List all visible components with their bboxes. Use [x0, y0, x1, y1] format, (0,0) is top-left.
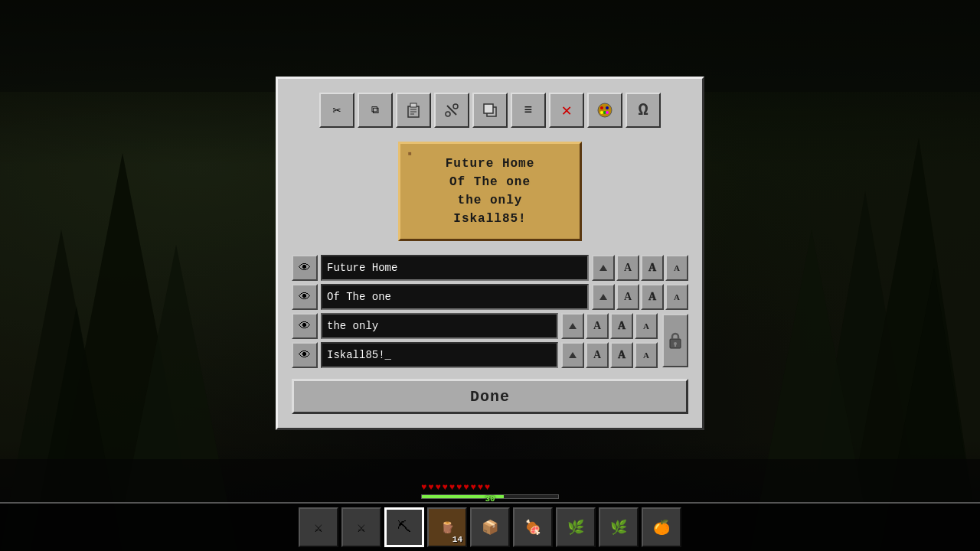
visibility-toggle-2[interactable]: 👁 — [292, 284, 318, 310]
svg-point-24 — [600, 111, 603, 114]
size-small-btn-2[interactable]: A — [665, 284, 688, 310]
align-btn-2[interactable] — [592, 284, 615, 310]
size-small-btn-1[interactable]: A — [665, 255, 688, 281]
svg-point-22 — [606, 106, 609, 109]
hotbar-slot-5[interactable]: 📦 — [470, 507, 510, 547]
text-input-1[interactable] — [321, 255, 589, 281]
svg-point-17 — [453, 104, 458, 109]
locked-rows-group: 👁 A A A 👁 A A — [292, 313, 688, 368]
sign-preview: Future Home Of The one the only Iskall85… — [398, 142, 582, 241]
format-buttons-4: A A A — [561, 342, 658, 368]
hotbar-slot-2[interactable]: ⚔ — [341, 507, 381, 547]
svg-rect-11 — [410, 103, 416, 107]
svg-rect-28 — [675, 344, 676, 347]
xp-bar: 30 — [421, 494, 559, 499]
size-large-btn-1[interactable]: A — [616, 255, 639, 281]
sign-line-3: the only — [458, 191, 523, 210]
sign-line-2: Of The one — [449, 173, 531, 191]
copy2-button[interactable] — [472, 93, 508, 128]
text-input-4[interactable] — [321, 342, 558, 368]
svg-point-16 — [446, 112, 450, 116]
format-buttons-2: A A A — [592, 284, 688, 310]
text-input-2[interactable] — [321, 284, 589, 310]
scissors-button[interactable]: ✂ — [319, 93, 354, 128]
format-buttons-1: A A A — [592, 255, 688, 281]
svg-line-15 — [447, 106, 456, 115]
size-small-btn-4[interactable]: A — [635, 342, 658, 368]
toolbar: ✂ ⧉ ≡ ✕ Ω — [292, 93, 688, 128]
omega-button[interactable]: Ω — [626, 93, 661, 128]
copy-button[interactable]: ⧉ — [358, 93, 393, 128]
size-medium-btn-4[interactable]: A — [610, 342, 633, 368]
size-medium-btn-1[interactable]: A — [641, 255, 664, 281]
size-medium-btn-3[interactable]: A — [610, 313, 633, 339]
align-btn-3[interactable] — [561, 313, 584, 339]
hotbar-slot-1[interactable]: ⚔ — [299, 507, 338, 547]
hotbar-slot-9[interactable]: 🍊 — [642, 507, 681, 547]
sign-edit-dialog: ✂ ⧉ ≡ ✕ Ω Future Home Of The one the onl… — [276, 77, 704, 430]
clear-button[interactable]: ✕ — [549, 93, 584, 128]
svg-point-20 — [598, 103, 612, 117]
svg-point-21 — [600, 106, 603, 109]
health-bar: ♥ ♥ ♥ ♥ ♥ ♥ ♥ ♥ ♥ ♥ — [421, 482, 559, 493]
sign-line-4: Iskall85! — [453, 210, 526, 228]
palette-button[interactable] — [587, 93, 622, 128]
hotbar-slot-3[interactable]: ⛏ — [384, 507, 424, 547]
hotbar: ⚔ ⚔ ⛏ 🪵 14 📦 🍖 🌿 🌿 🍊 — [0, 502, 980, 551]
align-btn-4[interactable] — [561, 342, 584, 368]
svg-rect-19 — [484, 104, 493, 113]
format-buttons-3: A A A — [561, 313, 658, 339]
sign-line-1: Future Home — [446, 155, 535, 173]
hotbar-slot-6[interactable]: 🍖 — [513, 507, 553, 547]
hotbar-slot-8[interactable]: 🌿 — [599, 507, 639, 547]
status-bars: ♥ ♥ ♥ ♥ ♥ ♥ ♥ ♥ ♥ ♥ 30 — [421, 482, 559, 499]
paste-button[interactable] — [396, 93, 431, 128]
size-large-btn-3[interactable]: A — [586, 313, 609, 339]
size-large-btn-2[interactable]: A — [616, 284, 639, 310]
hotbar-slot-4[interactable]: 🪵 14 — [427, 507, 467, 547]
size-large-btn-4[interactable]: A — [586, 342, 609, 368]
size-small-btn-3[interactable]: A — [635, 313, 658, 339]
input-row-1: 👁 A A A — [292, 255, 688, 281]
slot-count-4: 14 — [452, 535, 462, 544]
rows-col: 👁 A A A 👁 A A — [292, 313, 658, 368]
visibility-toggle-1[interactable]: 👁 — [292, 255, 318, 281]
lock-button[interactable] — [662, 314, 688, 367]
svg-point-25 — [606, 111, 609, 114]
hotbar-slot-7[interactable]: 🌿 — [556, 507, 596, 547]
size-medium-btn-2[interactable]: A — [641, 284, 664, 310]
format-button[interactable]: ≡ — [511, 93, 546, 128]
visibility-toggle-3[interactable]: 👁 — [292, 313, 318, 339]
input-row-2: 👁 A A A — [292, 284, 688, 310]
input-row-4: 👁 A A A — [292, 342, 658, 368]
input-row-3: 👁 A A A — [292, 313, 658, 339]
text-input-3[interactable] — [321, 313, 558, 339]
cut-link-button[interactable] — [434, 93, 469, 128]
done-button[interactable]: Done — [292, 379, 688, 414]
visibility-toggle-4[interactable]: 👁 — [292, 342, 318, 368]
input-rows: 👁 A A A 👁 A A A 👁 — [292, 255, 688, 368]
align-btn-1[interactable] — [592, 255, 615, 281]
